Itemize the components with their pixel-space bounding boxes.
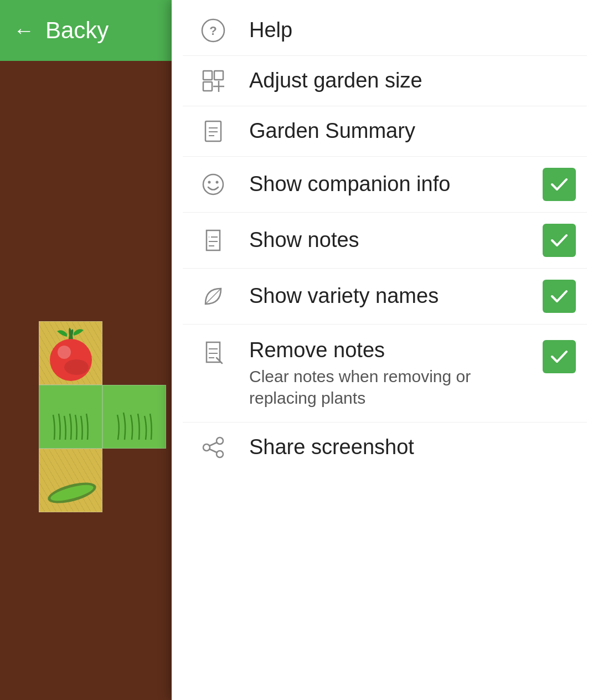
svg-point-3	[58, 346, 71, 359]
svg-point-4	[64, 359, 89, 375]
grid-row-3	[39, 449, 172, 512]
svg-line-33	[210, 442, 217, 446]
menu-text-variety: Show variety names	[249, 284, 532, 309]
svg-point-31	[203, 444, 210, 451]
menu-item-garden-summary[interactable]: Garden Summary	[172, 106, 598, 156]
garden-area	[0, 61, 172, 700]
menu-item-show-companion[interactable]: Show companion info	[172, 157, 598, 212]
grid-cell-grass-1[interactable]	[39, 385, 102, 449]
smiley-icon	[194, 172, 233, 197]
help-icon: ?	[194, 18, 233, 43]
dropdown-menu: ? Help Adjust garden size	[172, 0, 598, 700]
svg-rect-10	[214, 71, 223, 80]
svg-point-2	[50, 339, 92, 381]
checkbox-variety[interactable]	[543, 280, 576, 313]
menu-text-companion: Show companion info	[249, 172, 532, 197]
svg-point-32	[216, 451, 223, 457]
menu-item-share-screenshot[interactable]: Share screenshot	[172, 423, 598, 472]
menu-text-help: Help	[249, 18, 576, 43]
document-icon	[194, 119, 233, 143]
toolbar-title: Backy	[45, 17, 109, 44]
toolbar: ← Backy	[0, 0, 172, 61]
menu-item-remove-notes[interactable]: Remove notes Clear notes when removing o…	[172, 325, 598, 422]
checkbox-remove-notes[interactable]	[543, 340, 576, 373]
svg-rect-9	[203, 71, 212, 80]
menu-text-notes: Show notes	[249, 228, 532, 253]
svg-rect-11	[203, 82, 212, 91]
checkbox-notes[interactable]	[543, 224, 576, 257]
svg-point-20	[216, 181, 219, 184]
grid-plus-icon	[194, 69, 233, 93]
svg-point-18	[203, 174, 223, 194]
menu-text-share: Share screenshot	[249, 435, 576, 460]
back-button[interactable]: ←	[13, 20, 34, 41]
svg-point-30	[216, 437, 223, 444]
menu-item-show-notes[interactable]: Show notes	[172, 213, 598, 268]
menu-item-help[interactable]: ? Help	[172, 6, 598, 55]
share-icon	[194, 435, 233, 460]
grid-cell-cucumber[interactable]	[39, 449, 102, 512]
grid-row-1	[39, 321, 172, 385]
menu-item-show-variety[interactable]: Show variety names	[172, 269, 598, 324]
svg-line-25	[205, 289, 221, 304]
menu-text-adjust: Adjust garden size	[249, 68, 576, 94]
grid-cell-tomato[interactable]	[39, 321, 102, 385]
grid-row-2	[39, 385, 172, 449]
checkbox-companion[interactable]	[543, 168, 576, 201]
svg-text:?: ?	[209, 24, 216, 38]
svg-line-34	[210, 449, 217, 452]
menu-item-adjust-garden[interactable]: Adjust garden size	[172, 56, 598, 106]
svg-point-19	[208, 181, 211, 184]
leaf-icon	[194, 284, 233, 308]
menu-text-remove-notes: Remove notes Clear notes when removing o…	[249, 338, 532, 409]
remove-note-icon	[194, 340, 233, 364]
grid-cell-grass-2[interactable]	[102, 385, 166, 449]
note-icon	[194, 228, 233, 253]
garden-grid	[39, 321, 172, 512]
menu-text-summary: Garden Summary	[249, 119, 576, 144]
